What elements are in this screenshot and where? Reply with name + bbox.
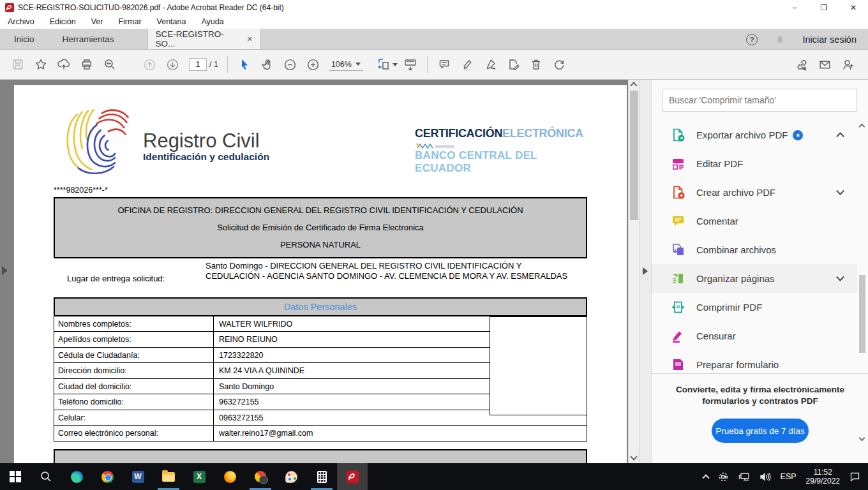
taskbar-excel[interactable]: X [184, 463, 214, 490]
tool-combine-files[interactable]: Combinar archivos [652, 235, 857, 264]
edge-icon [71, 471, 83, 483]
page-number-input[interactable]: 1 [189, 58, 207, 71]
scroll-up-icon[interactable] [630, 82, 637, 89]
minimize-button[interactable]: – [780, 0, 809, 15]
hidden-icons-chevron-icon[interactable] [702, 474, 709, 481]
close-button[interactable]: ✕ [839, 0, 868, 15]
volume-icon[interactable] [760, 472, 771, 482]
sidebar-scrollbar-thumb[interactable] [859, 275, 865, 353]
taskbar-calculator[interactable] [306, 463, 337, 490]
taskbar-explorer[interactable] [153, 463, 184, 490]
share-link-icon[interactable] [790, 54, 813, 75]
tab-inicio[interactable]: Inicio [0, 29, 49, 49]
field-label: Teléfono domicilio: [54, 394, 214, 410]
zoom-out-icon[interactable] [279, 54, 302, 75]
tool-edit-pdf[interactable]: Editar PDF [652, 149, 857, 178]
reading-mode-icon[interactable] [399, 54, 422, 75]
banco-central-logo: CERTIFICACIÓNELECTRÓNICA BANCO CENTRAL D… [415, 127, 591, 175]
chevron-down-icon[interactable] [836, 187, 844, 195]
taskbar-paint[interactable] [276, 463, 306, 490]
language-indicator[interactable]: ESP [781, 472, 797, 481]
zoom-in-icon[interactable] [302, 54, 325, 75]
menu-bar: Archivo Edición Ver Firmar Ventana Ayuda [0, 15, 868, 29]
tool-label: Comprimir PDF [696, 302, 762, 313]
rotate-icon[interactable] [548, 54, 571, 75]
menu-ayuda[interactable]: Ayuda [201, 17, 223, 26]
tool-create-pdf[interactable]: Crear archivo PDF [652, 178, 857, 207]
start-button[interactable] [0, 463, 31, 490]
comment-icon[interactable] [433, 54, 456, 75]
taskbar-search-button[interactable] [31, 463, 61, 490]
sidebar-scrollbar[interactable] [858, 123, 866, 442]
next-section-bar [54, 449, 587, 463]
navigation-pane-expand-icon[interactable] [2, 266, 8, 275]
menu-ver[interactable]: Ver [91, 17, 103, 26]
scrollbar-thumb[interactable] [630, 91, 638, 220]
field-label: Nombres completos: [54, 316, 214, 332]
taskbar-clock[interactable]: 11:52 29/9/2022 [806, 468, 840, 486]
scroll-down-icon[interactable] [630, 453, 637, 460]
logo-subtitle: Identificación y cedulación [143, 151, 269, 163]
print-icon[interactable] [75, 54, 98, 75]
menu-firmar[interactable]: Firmar [118, 17, 141, 26]
taskbar-edge[interactable] [61, 463, 92, 490]
maximize-button[interactable]: ❐ [809, 0, 839, 15]
cert-logo-line1a: CERTIFICACIÓN [415, 127, 502, 140]
tool-compress-pdf[interactable]: Comprimir PDF [652, 293, 857, 322]
taskbar-firefox[interactable] [214, 463, 245, 490]
previous-page-icon[interactable] [138, 54, 161, 75]
select-tool-icon[interactable] [233, 54, 256, 75]
email-icon[interactable] [813, 54, 836, 75]
hand-tool-icon[interactable] [256, 54, 279, 75]
taskbar-chrome[interactable] [92, 463, 123, 490]
adobe-account-icon[interactable] [836, 54, 859, 75]
document-scrollbar[interactable] [628, 80, 639, 463]
sign-in-button[interactable]: Iniciar sesión [802, 34, 857, 45]
comment-icon [671, 214, 685, 228]
tool-label: Exportar archivo PDF [696, 130, 788, 140]
chevron-down-icon[interactable] [836, 273, 844, 281]
next-page-icon[interactable] [161, 54, 184, 75]
tool-redact[interactable]: Censurar [652, 322, 857, 350]
fill-sign-icon[interactable] [479, 54, 502, 75]
field-value: 963272155 [214, 394, 259, 410]
menu-edicion[interactable]: Edición [50, 17, 76, 26]
share-cloud-icon[interactable] [52, 54, 75, 75]
calculator-icon [317, 471, 327, 483]
action-center-icon[interactable] [849, 471, 860, 482]
tab-herramientas[interactable]: Herramientas [49, 29, 128, 49]
menu-archivo[interactable]: Archivo [8, 17, 34, 26]
sidebar-scroll-up-icon[interactable] [859, 124, 865, 130]
help-icon[interactable]: ? [746, 34, 758, 45]
star-icon[interactable] [29, 54, 52, 75]
tools-search-input[interactable] [662, 89, 857, 112]
form-header-box: OFICINA DE REGISTRO: DIRECCION GENERAL D… [54, 197, 587, 258]
sidebar-scroll-down-icon[interactable] [859, 435, 865, 442]
save-icon[interactable] [6, 54, 29, 75]
tab-document[interactable]: SCE-REGISTRO-SO... × [147, 29, 261, 49]
taskbar-word[interactable]: W [123, 463, 153, 490]
tools-pane-collapse-strip[interactable] [639, 80, 651, 463]
delete-pages-icon[interactable] [525, 54, 548, 75]
tool-export-pdf[interactable]: Exportar archivo PDF ★ [652, 121, 857, 149]
tools-sidebar: Exportar archivo PDF ★ Editar PDF Crear … [651, 80, 868, 463]
tool-comment[interactable]: Comentar [652, 207, 857, 235]
tools-pane-collapse-icon[interactable] [643, 267, 648, 275]
taskbar-chrome-profile[interactable] [245, 463, 276, 490]
chevron-up-icon[interactable] [836, 132, 844, 140]
search-icon[interactable] [98, 54, 121, 75]
menu-ventana[interactable]: Ventana [157, 17, 186, 26]
highlight-icon[interactable] [456, 54, 479, 75]
tab-close-icon[interactable]: × [247, 34, 252, 44]
windows-taskbar: W X ESP 11:52 29/9/2022 [0, 463, 868, 490]
tool-prepare-form[interactable]: Preparar formulario [652, 350, 857, 371]
fit-width-icon[interactable] [376, 54, 399, 75]
zoom-level-select[interactable]: 106% [329, 59, 363, 71]
tool-organize-pages[interactable]: Organizar páginas [652, 264, 857, 293]
edit-tools-icon[interactable] [502, 54, 525, 75]
taskbar-acrobat[interactable] [337, 463, 368, 490]
notifications-bell-icon[interactable] [774, 33, 786, 45]
meet-now-icon[interactable] [718, 471, 729, 482]
free-trial-button[interactable]: Prueba gratis de 7 días [712, 419, 809, 443]
network-icon[interactable] [738, 472, 750, 482]
